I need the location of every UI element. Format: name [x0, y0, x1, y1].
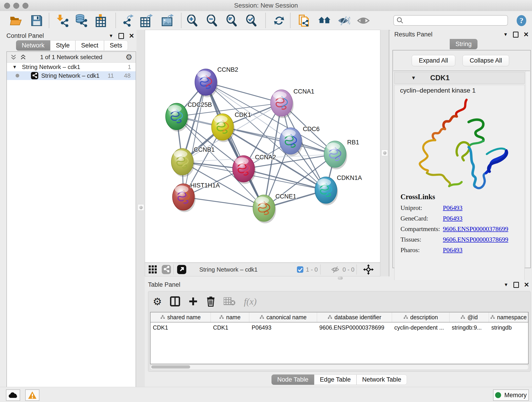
tab-edge-table[interactable]: Edge Table	[314, 375, 356, 385]
zoom-fit-icon[interactable]	[225, 14, 238, 27]
fit-content-crosshair-icon[interactable]	[363, 264, 374, 275]
column-type-icon	[461, 315, 465, 319]
export-network-icon[interactable]	[122, 14, 134, 27]
import-table-icon[interactable]	[95, 14, 108, 27]
control-panel-collapse-icon[interactable]: ▼	[109, 33, 114, 38]
column-header-name[interactable]: name	[211, 313, 249, 322]
results-scrollbar[interactable]	[526, 71, 530, 267]
collection-expand-icon[interactable]: ▼	[12, 64, 17, 70]
left-splitter-handle[interactable]	[138, 204, 144, 211]
hidden-eye-slash-icon[interactable]	[331, 266, 340, 274]
selected-checkbox-icon[interactable]	[297, 266, 304, 273]
memory-button[interactable]: Memory	[493, 389, 529, 401]
search-input[interactable]	[404, 17, 503, 24]
show-columns-icon[interactable]	[170, 296, 180, 306]
table-cell[interactable]: P06493	[249, 322, 317, 332]
right-splitter[interactable]	[380, 30, 389, 276]
table-scrollbar-thumb[interactable]	[151, 365, 190, 369]
tab-node-table[interactable]: Node Table	[272, 375, 314, 385]
table-cell[interactable]: stringdb	[489, 322, 528, 332]
expand-all-button[interactable]: Expand All	[412, 55, 455, 66]
node-CCNA1[interactable]	[271, 89, 294, 118]
tab-style[interactable]: Style	[50, 40, 75, 51]
hide-selected-icon[interactable]	[337, 14, 350, 27]
table-options-gear-icon[interactable]: ⚙	[153, 296, 162, 307]
add-column-icon[interactable]	[188, 297, 198, 306]
zoom-selected-icon[interactable]	[245, 14, 258, 27]
edge-CCNA2-CDKN1A[interactable]	[244, 169, 326, 190]
cloud-status-button[interactable]	[6, 389, 20, 401]
node-CCNB1[interactable]	[171, 148, 195, 177]
home-networks-icon[interactable]	[318, 14, 331, 27]
tab-string[interactable]: String	[450, 39, 477, 49]
show-eye-icon[interactable]	[357, 14, 370, 27]
crosslink-link[interactable]: 9606.ENSP00000378699	[443, 236, 508, 243]
table-horizontal-scrollbar[interactable]	[150, 365, 529, 370]
grid-view-icon[interactable]	[148, 265, 157, 274]
network-share-view-icon[interactable]	[162, 265, 171, 274]
table-cell[interactable]: CDK1	[211, 322, 249, 332]
crosslink-label: Compartments:	[400, 225, 443, 233]
node-CCNB2[interactable]	[195, 69, 218, 97]
detach-view-icon[interactable]	[177, 265, 186, 274]
clone-network-icon[interactable]	[298, 14, 311, 27]
table-panel-float-icon[interactable]	[513, 282, 519, 288]
save-session-icon[interactable]	[30, 14, 43, 27]
crosslink-link[interactable]: P06493	[443, 246, 462, 254]
node-RB1[interactable]	[324, 141, 347, 169]
crosslink-link[interactable]: 9606.ENSP00000378699	[443, 225, 508, 233]
export-table-icon[interactable]	[140, 14, 153, 27]
tab-network-table[interactable]: Network Table	[356, 375, 407, 385]
import-network-file-icon[interactable]	[56, 14, 69, 27]
help-icon[interactable]: ?	[515, 14, 528, 27]
collapse-all-button[interactable]: Collapse All	[462, 55, 509, 66]
column-header-shared-name[interactable]: shared name	[151, 313, 211, 322]
column-header-id[interactable]: @id	[450, 313, 489, 322]
right-splitter-handle[interactable]	[381, 150, 388, 156]
results-panel-collapse-icon[interactable]: ▼	[503, 32, 508, 37]
gene-collapse-icon[interactable]: ▼	[411, 75, 416, 81]
node-CDK1[interactable]	[211, 114, 234, 142]
collection-count: 1	[128, 64, 131, 70]
edge-CCNB2-HIST1H1A[interactable]	[184, 82, 206, 197]
node-CDC25B[interactable]	[166, 103, 189, 132]
table-cell[interactable]: cyclin-dependent ...	[392, 322, 450, 332]
crosslink-link[interactable]: P06493	[443, 215, 462, 222]
table-cell[interactable]: CDK1	[151, 322, 211, 332]
node-CCNE1[interactable]	[253, 195, 276, 223]
tab-select[interactable]: Select	[75, 40, 104, 51]
network-options-gear-icon[interactable]: ⚙	[126, 52, 133, 62]
network-collection-row[interactable]: ▼ String Network – cdk1 1	[7, 63, 136, 71]
warning-status-button[interactable]	[25, 389, 39, 401]
edge-CCNB2-CCNE1[interactable]	[206, 82, 264, 208]
import-network-database-icon[interactable]	[75, 14, 88, 27]
horizontal-splitter-handle[interactable]	[338, 277, 343, 280]
results-panel-close-icon[interactable]: ✕	[524, 31, 529, 38]
control-panel-float-icon[interactable]	[119, 33, 124, 39]
left-splitter[interactable]	[137, 30, 145, 387]
column-header-description[interactable]: description	[392, 313, 450, 322]
delete-column-icon[interactable]	[206, 296, 215, 307]
zoom-out-icon[interactable]	[205, 14, 218, 27]
tab-sets[interactable]: Sets	[104, 40, 128, 51]
zoom-in-icon[interactable]	[186, 14, 198, 27]
table-panel-collapse-icon[interactable]: ▼	[504, 282, 508, 287]
node-CDKN1A[interactable]	[315, 177, 338, 205]
column-header-namespace[interactable]: namespace	[489, 313, 528, 322]
results-panel-float-icon[interactable]	[513, 32, 519, 38]
column-header-database-identifier[interactable]: database identifier	[317, 313, 392, 322]
control-panel-close-icon[interactable]: ✕	[129, 32, 134, 40]
open-session-icon[interactable]	[9, 14, 22, 27]
crosslink-link[interactable]: P06493	[443, 204, 462, 211]
column-header-canonical-name[interactable]: canonical name	[249, 313, 317, 322]
network-row[interactable]: String Network – cdk1 11 48	[7, 71, 136, 80]
tab-network[interactable]: Network	[16, 40, 50, 51]
table-cell[interactable]: stringdb:9...	[450, 322, 489, 332]
export-image-icon[interactable]	[161, 14, 174, 27]
refresh-icon[interactable]	[273, 14, 285, 27]
table-cell[interactable]: 9606.ENSP00000378699	[317, 322, 392, 332]
network-canvas[interactable]: CCNB2CCNA1CDC25BCDK1CDC6RB1CCNB1CCNA2CDK…	[145, 30, 380, 263]
node-CCNA2[interactable]	[233, 156, 256, 184]
table-row[interactable]: CDK1CDK1P064939606.ENSP00000378699cyclin…	[151, 322, 528, 332]
table-panel-close-icon[interactable]: ✕	[524, 281, 529, 288]
